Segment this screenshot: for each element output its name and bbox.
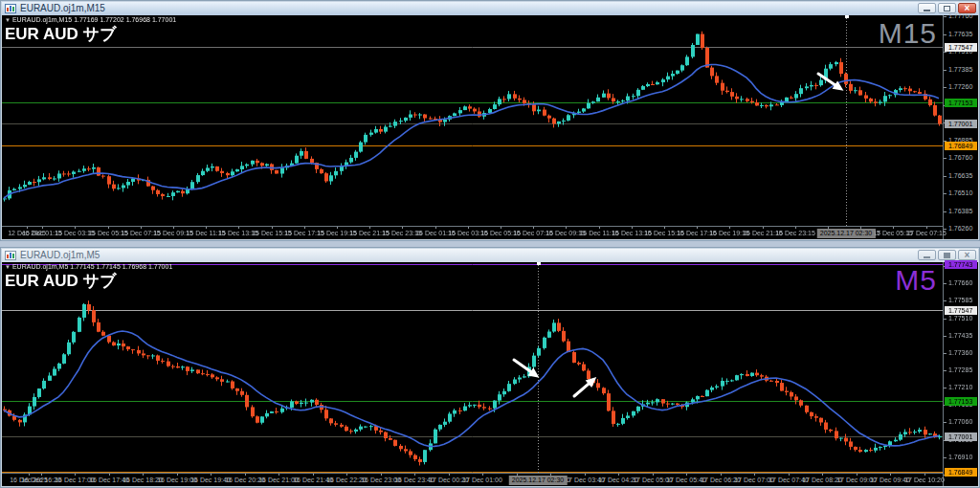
time-tick-mark bbox=[402, 227, 403, 229]
time-tick-mark bbox=[272, 227, 273, 229]
price-tick-label: 1.77360 bbox=[948, 349, 972, 356]
price-tick-label: 1.77760 bbox=[948, 12, 972, 19]
window-titlebar[interactable]: EURAUD.oj1m,M5 × bbox=[2, 249, 978, 262]
price-tick-label: 1.76385 bbox=[948, 208, 972, 214]
time-tick-mark bbox=[585, 474, 586, 476]
chart-overlay-label: EUR AUD サブ bbox=[5, 270, 116, 292]
chart-window-m15: EURAUD.oj1m,M15 × M15 ▼EURAUD.oj1m,M15 1… bbox=[0, 0, 980, 241]
price-scale[interactable]: 1.777601.776351.775101.773851.772601.771… bbox=[943, 15, 978, 239]
minimize-button[interactable] bbox=[918, 250, 936, 260]
time-tick-mark bbox=[468, 227, 469, 229]
time-tick-mark bbox=[729, 227, 730, 229]
chart-window-m5: EURAUD.oj1m,M5 × M5 ▼EURAUD.oj1m,M5 1.77… bbox=[0, 247, 980, 488]
crosshair-time-badge: 2025.12.17 02:30 bbox=[817, 229, 876, 238]
time-tick-mark bbox=[238, 227, 239, 229]
price-tick-label: 1.77285 bbox=[948, 366, 972, 373]
price-tick-mark bbox=[944, 158, 947, 159]
price-tick-mark bbox=[944, 336, 947, 337]
price-level-badge: 1.77547 bbox=[945, 43, 977, 52]
ohlc-values: EURAUD.oj1m,M15 1.77169 1.77202 1.76968 … bbox=[12, 16, 176, 23]
time-tick-mark bbox=[501, 227, 501, 229]
time-tick-mark bbox=[29, 474, 30, 476]
chart-icon bbox=[5, 4, 16, 13]
time-tick-mark bbox=[75, 474, 76, 476]
price-tick-mark bbox=[944, 52, 947, 53]
price-tick-label: 1.77260 bbox=[948, 83, 972, 90]
crosshair-time-badge: 2025.12.17 02:30 bbox=[509, 476, 568, 485]
price-tick-mark bbox=[944, 283, 947, 284]
price-tick-mark bbox=[944, 353, 947, 354]
time-tick-mark bbox=[653, 474, 654, 476]
time-axis-label: 17 Dec 01:00 bbox=[462, 477, 502, 483]
time-tick-mark bbox=[924, 474, 925, 476]
time-tick-mark bbox=[763, 227, 764, 229]
price-tick-label: 1.77635 bbox=[948, 31, 972, 37]
time-tick-mark bbox=[141, 227, 142, 229]
time-scale[interactable]: 16 Dec 202516 Dec 16:2016 Dec 17:0016 De… bbox=[2, 473, 943, 486]
time-tick-mark bbox=[173, 227, 174, 229]
time-tick-mark bbox=[721, 474, 722, 476]
price-tick-label: 1.76760 bbox=[948, 154, 972, 161]
price-tick-label: 1.77210 bbox=[948, 384, 972, 390]
time-tick-mark bbox=[369, 227, 370, 229]
price-tick-mark bbox=[944, 457, 947, 458]
price-level-badge: 1.77547 bbox=[945, 306, 977, 315]
time-tick-mark bbox=[177, 474, 178, 476]
time-tick-mark bbox=[381, 474, 382, 476]
time-axis-label: 17 Dec 07:15 bbox=[906, 230, 947, 236]
candlestick-plot[interactable] bbox=[2, 15, 943, 226]
time-tick-mark bbox=[632, 227, 633, 229]
time-tick-mark bbox=[686, 474, 687, 476]
ohlc-values: EURAUD.oj1m,M5 1.77145 1.77145 1.76968 1… bbox=[12, 263, 172, 270]
price-tick-mark bbox=[944, 370, 947, 371]
time-tick-mark bbox=[245, 474, 246, 476]
time-scale[interactable]: 12 Dec 202515 Dec 01:1515 Dec 03:1515 De… bbox=[2, 226, 943, 239]
price-level-badge: 1.77153 bbox=[945, 397, 977, 406]
price-tick-label: 1.77510 bbox=[948, 315, 972, 322]
time-tick-mark bbox=[337, 227, 338, 229]
price-tick-label: 1.77060 bbox=[948, 418, 972, 425]
time-tick-mark bbox=[795, 227, 796, 229]
time-tick-mark bbox=[313, 474, 314, 476]
price-tick-mark bbox=[944, 193, 947, 194]
time-tick-mark bbox=[926, 227, 927, 229]
time-tick-mark bbox=[789, 474, 790, 476]
plot-area: M5 ▼EURAUD.oj1m,M5 1.77145 1.77145 1.769… bbox=[2, 262, 943, 473]
time-tick-mark bbox=[890, 474, 891, 476]
price-tick-label: 1.76635 bbox=[948, 172, 972, 179]
price-level-badge: 1.76849 bbox=[945, 142, 977, 150]
ohlc-info[interactable]: ▼EURAUD.oj1m,M15 1.77169 1.77202 1.76968… bbox=[5, 16, 176, 23]
time-tick-mark bbox=[206, 227, 207, 229]
time-tick-mark bbox=[108, 227, 109, 229]
time-tick-mark bbox=[697, 227, 698, 229]
window-titlebar[interactable]: EURAUD.oj1m,M15 × bbox=[2, 2, 978, 15]
close-button[interactable]: × bbox=[958, 250, 976, 260]
price-tick-label: 1.76510 bbox=[948, 189, 972, 196]
time-tick-mark bbox=[822, 474, 823, 476]
candlestick-plot[interactable] bbox=[2, 262, 943, 473]
restore-button[interactable] bbox=[938, 250, 956, 260]
time-tick-mark bbox=[346, 474, 347, 476]
price-tick-label: 1.77585 bbox=[948, 297, 972, 303]
price-tick-label: 1.77385 bbox=[948, 66, 972, 73]
price-tick-mark bbox=[944, 388, 947, 388]
price-scale[interactable]: 1.777351.776601.775851.775101.774351.773… bbox=[943, 262, 978, 486]
price-tick-mark bbox=[944, 176, 947, 177]
chart-icon bbox=[5, 251, 16, 260]
price-level-badge: 1.77001 bbox=[945, 433, 977, 441]
time-tick-mark bbox=[211, 474, 212, 476]
time-axis-label: 17 Dec 10:20 bbox=[904, 477, 945, 483]
time-tick-mark bbox=[304, 227, 305, 229]
price-tick-mark bbox=[944, 87, 947, 88]
time-tick-mark bbox=[482, 474, 483, 476]
ohlc-info[interactable]: ▼EURAUD.oj1m,M5 1.77145 1.77145 1.76968 … bbox=[5, 263, 172, 270]
time-tick-mark bbox=[857, 474, 858, 476]
minimize-button[interactable] bbox=[918, 3, 936, 13]
price-tick-mark bbox=[944, 34, 947, 35]
time-tick-mark bbox=[42, 227, 43, 229]
price-tick-mark bbox=[944, 16, 947, 17]
price-tick-mark bbox=[944, 422, 947, 423]
price-level-badge: 1.77743 bbox=[945, 260, 977, 269]
time-tick-mark bbox=[109, 474, 110, 476]
time-tick-mark bbox=[414, 474, 415, 476]
